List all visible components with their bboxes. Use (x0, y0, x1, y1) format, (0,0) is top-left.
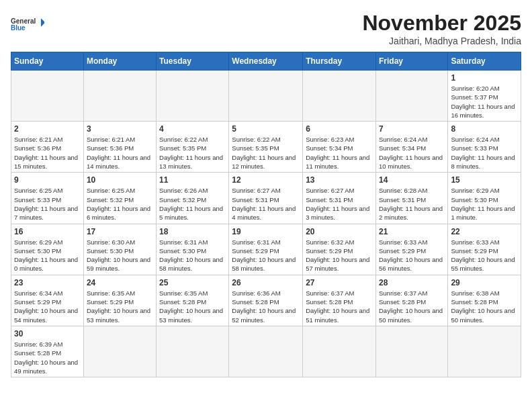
svg-text:Blue: Blue (11, 24, 26, 32)
day-23: 23 Sunrise: 6:34 AMSunset: 5:29 PMDaylig… (11, 275, 84, 326)
day-24: 24 Sunrise: 6:35 AMSunset: 5:29 PMDaylig… (83, 275, 156, 326)
title-area: November 2025 Jaithari, Madhya Pradesh, … (362, 11, 521, 46)
calendar-row-4: 16 Sunrise: 6:29 AMSunset: 5:30 PMDaylig… (11, 224, 521, 275)
day-29: 29 Sunrise: 6:38 AMSunset: 5:28 PMDaylig… (448, 275, 521, 326)
day-12: 12 Sunrise: 6:27 AMSunset: 5:31 PMDaylig… (229, 173, 303, 224)
header-saturday: Saturday (448, 52, 521, 71)
day-22: 22 Sunrise: 6:33 AMSunset: 5:29 PMDaylig… (448, 224, 521, 275)
header-thursday: Thursday (303, 52, 376, 71)
header-sunday: Sunday (11, 52, 84, 71)
day-16: 16 Sunrise: 6:29 AMSunset: 5:30 PMDaylig… (11, 224, 84, 275)
calendar-table: Sunday Monday Tuesday Wednesday Thursday… (11, 52, 521, 377)
day-empty (157, 326, 229, 377)
day-25: 25 Sunrise: 6:35 AMSunset: 5:28 PMDaylig… (157, 275, 229, 326)
day-18: 18 Sunrise: 6:31 AMSunset: 5:30 PMDaylig… (157, 224, 229, 275)
calendar-row-6: 30 Sunrise: 6:39 AMSunset: 5:28 PMDaylig… (11, 326, 521, 377)
header-tuesday: Tuesday (157, 52, 229, 71)
calendar-row-1: 1 Sunrise: 6:20 AM Sunset: 5:37 PM Dayli… (11, 71, 521, 122)
day-5: 5 Sunrise: 6:22 AMSunset: 5:35 PMDayligh… (229, 122, 303, 173)
header-friday: Friday (375, 52, 447, 71)
page-header: General Blue November 2025 Jaithari, Mad… (11, 11, 521, 46)
day-28: 28 Sunrise: 6:37 AMSunset: 5:28 PMDaylig… (375, 275, 447, 326)
header-wednesday: Wednesday (229, 52, 303, 71)
day-21: 21 Sunrise: 6:33 AMSunset: 5:29 PMDaylig… (375, 224, 447, 275)
day-26: 26 Sunrise: 6:36 AMSunset: 5:28 PMDaylig… (229, 275, 303, 326)
day-empty (303, 71, 376, 122)
day-3: 3 Sunrise: 6:21 AMSunset: 5:36 PMDayligh… (83, 122, 156, 173)
day-30: 30 Sunrise: 6:39 AMSunset: 5:28 PMDaylig… (11, 326, 84, 377)
calendar-row-5: 23 Sunrise: 6:34 AMSunset: 5:29 PMDaylig… (11, 275, 521, 326)
day-9: 9 Sunrise: 6:25 AMSunset: 5:33 PMDayligh… (11, 173, 84, 224)
day-empty (83, 326, 156, 377)
day-6: 6 Sunrise: 6:23 AMSunset: 5:34 PMDayligh… (303, 122, 376, 173)
location-subtitle: Jaithari, Madhya Pradesh, India (362, 36, 521, 46)
day-4: 4 Sunrise: 6:22 AMSunset: 5:35 PMDayligh… (157, 122, 229, 173)
day-20: 20 Sunrise: 6:32 AMSunset: 5:29 PMDaylig… (303, 224, 376, 275)
header-monday: Monday (83, 52, 156, 71)
day-8: 8 Sunrise: 6:24 AMSunset: 5:33 PMDayligh… (448, 122, 521, 173)
month-title: November 2025 (362, 11, 521, 36)
day-14: 14 Sunrise: 6:28 AMSunset: 5:31 PMDaylig… (375, 173, 447, 224)
day-19: 19 Sunrise: 6:31 AMSunset: 5:29 PMDaylig… (229, 224, 303, 275)
day-1: 1 Sunrise: 6:20 AM Sunset: 5:37 PM Dayli… (448, 71, 521, 122)
logo-svg: General Blue (11, 11, 44, 38)
logo: General Blue (11, 11, 44, 38)
day-empty (303, 326, 376, 377)
day-empty (375, 71, 447, 122)
svg-text:General: General (11, 17, 36, 25)
day-empty (157, 71, 229, 122)
weekday-header-row: Sunday Monday Tuesday Wednesday Thursday… (11, 52, 521, 71)
day-empty (229, 326, 303, 377)
calendar-row-3: 9 Sunrise: 6:25 AMSunset: 5:33 PMDayligh… (11, 173, 521, 224)
day-empty (229, 71, 303, 122)
day-17: 17 Sunrise: 6:30 AMSunset: 5:30 PMDaylig… (83, 224, 156, 275)
day-empty (11, 71, 84, 122)
day-27: 27 Sunrise: 6:37 AMSunset: 5:28 PMDaylig… (303, 275, 376, 326)
calendar-row-2: 2 Sunrise: 6:21 AMSunset: 5:36 PMDayligh… (11, 122, 521, 173)
day-7: 7 Sunrise: 6:24 AMSunset: 5:34 PMDayligh… (375, 122, 447, 173)
day-empty (83, 71, 156, 122)
day-10: 10 Sunrise: 6:25 AMSunset: 5:32 PMDaylig… (83, 173, 156, 224)
day-15: 15 Sunrise: 6:29 AMSunset: 5:30 PMDaylig… (448, 173, 521, 224)
day-11: 11 Sunrise: 6:26 AMSunset: 5:32 PMDaylig… (157, 173, 229, 224)
day-2: 2 Sunrise: 6:21 AMSunset: 5:36 PMDayligh… (11, 122, 84, 173)
day-13: 13 Sunrise: 6:27 AMSunset: 5:31 PMDaylig… (303, 173, 376, 224)
day-empty (448, 326, 521, 377)
day-empty (375, 326, 447, 377)
svg-marker-2 (41, 18, 44, 27)
